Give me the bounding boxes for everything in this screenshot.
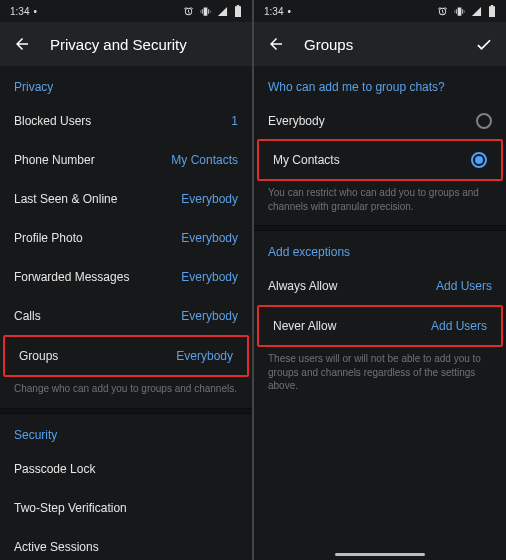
confirm-button[interactable] [474, 34, 494, 54]
row-blocked-users[interactable]: Blocked Users 1 [0, 102, 252, 141]
battery-icon [234, 5, 242, 17]
radio-unselected-icon [476, 113, 492, 129]
back-button[interactable] [266, 34, 286, 54]
row-value: Add Users [431, 319, 487, 333]
row-value: Everybody [176, 349, 233, 363]
row-label: Blocked Users [14, 114, 231, 128]
row-value: 1 [231, 114, 238, 128]
row-passcode-lock[interactable]: Passcode Lock [0, 450, 252, 489]
row-value: Everybody [181, 231, 238, 245]
notification-dot-icon: • [33, 6, 37, 17]
nav-bar[interactable] [254, 553, 506, 556]
vibrate-icon [454, 6, 465, 17]
helper-text: These users will or will not be able to … [254, 346, 506, 405]
app-bar: Privacy and Security [0, 22, 252, 66]
section-header-who: Who can add me to group chats? [254, 66, 506, 102]
row-label: Two-Step Verification [14, 501, 238, 515]
battery-icon [488, 5, 496, 17]
status-icons [183, 5, 242, 17]
row-label: Last Seen & Online [14, 192, 181, 206]
status-bar: 1:34 • [0, 0, 252, 22]
back-button[interactable] [12, 34, 32, 54]
row-groups[interactable]: Groups Everybody [3, 335, 249, 377]
radio-label: Everybody [268, 114, 476, 128]
status-icons [437, 5, 496, 17]
helper-text: Change who can add you to groups and cha… [0, 376, 252, 408]
row-label: Profile Photo [14, 231, 181, 245]
radio-label: My Contacts [273, 153, 471, 167]
row-forwarded-messages[interactable]: Forwarded Messages Everybody [0, 258, 252, 297]
status-bar: 1:34 • [254, 0, 506, 22]
row-phone-number[interactable]: Phone Number My Contacts [0, 141, 252, 180]
row-profile-photo[interactable]: Profile Photo Everybody [0, 219, 252, 258]
row-active-sessions[interactable]: Active Sessions [0, 528, 252, 561]
page-title: Privacy and Security [50, 36, 187, 53]
alarm-icon [183, 6, 194, 17]
row-value: My Contacts [171, 153, 238, 167]
alarm-icon [437, 6, 448, 17]
row-label: Always Allow [268, 279, 436, 293]
row-label: Never Allow [273, 319, 431, 333]
row-label: Calls [14, 309, 181, 323]
section-privacy: Privacy Blocked Users 1 Phone Number My … [0, 66, 252, 408]
signal-icon [471, 6, 482, 17]
notification-dot-icon: • [287, 6, 291, 17]
vibrate-icon [200, 6, 211, 17]
section-header-privacy: Privacy [0, 66, 252, 102]
app-bar: Groups [254, 22, 506, 66]
row-value: Add Users [436, 279, 492, 293]
row-label: Active Sessions [14, 540, 238, 554]
highlight-my-contacts: My Contacts [257, 139, 503, 181]
nav-pill-icon [335, 553, 425, 556]
row-value: Everybody [181, 309, 238, 323]
page-title: Groups [304, 36, 353, 53]
row-value: Everybody [181, 270, 238, 284]
section-security: Security Passcode Lock Two-Step Verifica… [0, 414, 252, 561]
radio-my-contacts[interactable]: My Contacts [259, 141, 501, 179]
helper-text: You can restrict who can add you to grou… [254, 180, 506, 225]
signal-icon [217, 6, 228, 17]
radio-everybody[interactable]: Everybody [254, 102, 506, 140]
section-header-exceptions: Add exceptions [254, 231, 506, 267]
row-always-allow[interactable]: Always Allow Add Users [254, 267, 506, 306]
row-label: Passcode Lock [14, 462, 238, 476]
row-calls[interactable]: Calls Everybody [0, 297, 252, 336]
screen-groups: 1:34 • Groups Who can add me to group ch… [254, 0, 506, 560]
row-label: Forwarded Messages [14, 270, 181, 284]
screen-privacy-security: 1:34 • Privacy and Security Privacy Bloc… [0, 0, 252, 560]
status-clock: 1:34 [264, 6, 283, 17]
row-value: Everybody [181, 192, 238, 206]
status-clock: 1:34 [10, 6, 29, 17]
row-label: Groups [19, 349, 176, 363]
row-never-allow[interactable]: Never Allow Add Users [257, 305, 503, 347]
row-label: Phone Number [14, 153, 171, 167]
row-last-seen[interactable]: Last Seen & Online Everybody [0, 180, 252, 219]
section-header-security: Security [0, 414, 252, 450]
radio-selected-icon [471, 152, 487, 168]
row-two-step[interactable]: Two-Step Verification [0, 489, 252, 528]
